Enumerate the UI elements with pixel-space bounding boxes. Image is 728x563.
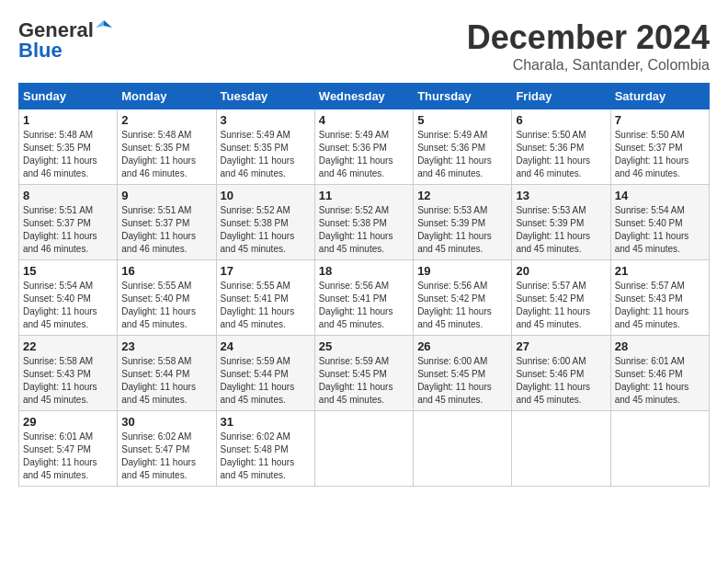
day-number: 14 <box>615 189 705 202</box>
day-number: 25 <box>319 339 409 353</box>
day-number: 31 <box>221 415 311 429</box>
day-number: 19 <box>417 264 507 278</box>
day-info: Sunrise: 5:50 AMSunset: 5:37 PMDaylight:… <box>615 129 705 180</box>
day-info: Sunrise: 5:57 AMSunset: 5:43 PMDaylight:… <box>615 280 705 331</box>
calendar-cell: 30Sunrise: 6:02 AMSunset: 5:47 PMDayligh… <box>118 411 216 487</box>
day-info: Sunrise: 5:54 AMSunset: 5:40 PMDaylight:… <box>615 204 705 256</box>
calendar-cell: 5Sunrise: 5:49 AMSunset: 5:36 PMDaylight… <box>414 109 512 185</box>
calendar-cell: 23Sunrise: 5:58 AMSunset: 5:44 PMDayligh… <box>118 336 216 411</box>
day-number: 18 <box>319 264 409 278</box>
calendar-week-4: 22Sunrise: 5:58 AMSunset: 5:43 PMDayligh… <box>19 336 710 411</box>
day-number: 9 <box>121 189 211 202</box>
calendar-cell: 29Sunrise: 6:01 AMSunset: 5:47 PMDayligh… <box>19 411 118 487</box>
calendar-cell: 15Sunrise: 5:54 AMSunset: 5:40 PMDayligh… <box>19 260 118 336</box>
calendar-header-saturday: Saturday <box>610 84 709 109</box>
calendar-header-sunday: Sunday <box>19 84 118 109</box>
calendar-table: SundayMondayTuesdayWednesdayThursdayFrid… <box>18 83 710 487</box>
page-header: General Blue December 2024 Charala, Sant… <box>18 18 710 74</box>
day-number: 24 <box>221 339 311 353</box>
day-number: 22 <box>23 339 113 353</box>
day-info: Sunrise: 6:01 AMSunset: 5:46 PMDaylight:… <box>615 355 705 407</box>
calendar-cell <box>512 411 610 487</box>
day-info: Sunrise: 5:58 AMSunset: 5:44 PMDaylight:… <box>121 355 211 407</box>
day-number: 10 <box>221 189 311 202</box>
day-number: 8 <box>23 189 113 202</box>
day-info: Sunrise: 5:48 AMSunset: 5:35 PMDaylight:… <box>121 129 211 180</box>
calendar-header-tuesday: Tuesday <box>216 84 314 109</box>
calendar-cell: 8Sunrise: 5:51 AMSunset: 5:37 PMDaylight… <box>19 185 118 260</box>
day-info: Sunrise: 5:56 AMSunset: 5:42 PMDaylight:… <box>417 280 507 331</box>
calendar-cell: 4Sunrise: 5:49 AMSunset: 5:36 PMDaylight… <box>314 109 413 185</box>
day-info: Sunrise: 5:59 AMSunset: 5:45 PMDaylight:… <box>319 355 409 407</box>
day-info: Sunrise: 5:52 AMSunset: 5:38 PMDaylight:… <box>319 204 409 256</box>
day-info: Sunrise: 6:00 AMSunset: 5:46 PMDaylight:… <box>516 355 606 407</box>
calendar-cell: 31Sunrise: 6:02 AMSunset: 5:48 PMDayligh… <box>216 411 314 487</box>
day-info: Sunrise: 5:49 AMSunset: 5:36 PMDaylight:… <box>417 129 507 180</box>
day-number: 27 <box>516 339 606 353</box>
title-block: December 2024 Charala, Santander, Colomb… <box>467 18 710 74</box>
calendar-cell: 25Sunrise: 5:59 AMSunset: 5:45 PMDayligh… <box>314 336 413 411</box>
calendar-header-wednesday: Wednesday <box>314 84 413 109</box>
day-number: 12 <box>417 189 507 202</box>
day-number: 7 <box>615 113 705 127</box>
calendar-cell: 16Sunrise: 5:55 AMSunset: 5:40 PMDayligh… <box>118 260 216 336</box>
calendar-cell <box>610 411 709 487</box>
calendar-header-row: SundayMondayTuesdayWednesdayThursdayFrid… <box>19 84 710 109</box>
svg-marker-0 <box>104 20 112 28</box>
day-info: Sunrise: 5:53 AMSunset: 5:39 PMDaylight:… <box>417 204 507 256</box>
calendar-header-friday: Friday <box>512 84 610 109</box>
day-info: Sunrise: 5:58 AMSunset: 5:43 PMDaylight:… <box>23 355 113 407</box>
day-number: 2 <box>121 113 211 127</box>
logo-bird-icon <box>96 18 112 35</box>
month-title: December 2024 <box>467 18 710 57</box>
day-info: Sunrise: 5:57 AMSunset: 5:42 PMDaylight:… <box>516 280 606 331</box>
calendar-cell: 27Sunrise: 6:00 AMSunset: 5:46 PMDayligh… <box>512 336 610 411</box>
calendar-cell: 14Sunrise: 5:54 AMSunset: 5:40 PMDayligh… <box>610 185 709 260</box>
day-info: Sunrise: 5:55 AMSunset: 5:40 PMDaylight:… <box>121 280 211 331</box>
day-number: 30 <box>121 415 211 429</box>
day-info: Sunrise: 5:59 AMSunset: 5:44 PMDaylight:… <box>221 355 311 407</box>
day-number: 26 <box>417 339 507 353</box>
calendar-cell: 10Sunrise: 5:52 AMSunset: 5:38 PMDayligh… <box>216 185 314 260</box>
day-number: 11 <box>319 189 409 202</box>
calendar-cell: 6Sunrise: 5:50 AMSunset: 5:36 PMDaylight… <box>512 109 610 185</box>
calendar-cell <box>314 411 413 487</box>
calendar-cell: 19Sunrise: 5:56 AMSunset: 5:42 PMDayligh… <box>414 260 512 336</box>
day-number: 21 <box>615 264 705 278</box>
day-info: Sunrise: 6:00 AMSunset: 5:45 PMDaylight:… <box>417 355 507 407</box>
calendar-week-2: 8Sunrise: 5:51 AMSunset: 5:37 PMDaylight… <box>19 185 710 260</box>
day-info: Sunrise: 5:52 AMSunset: 5:38 PMDaylight:… <box>221 204 311 256</box>
day-number: 13 <box>516 189 606 202</box>
calendar-cell: 26Sunrise: 6:00 AMSunset: 5:45 PMDayligh… <box>414 336 512 411</box>
calendar-cell: 18Sunrise: 5:56 AMSunset: 5:41 PMDayligh… <box>314 260 413 336</box>
day-number: 16 <box>121 264 211 278</box>
calendar-cell: 11Sunrise: 5:52 AMSunset: 5:38 PMDayligh… <box>314 185 413 260</box>
day-number: 28 <box>615 339 705 353</box>
day-info: Sunrise: 5:55 AMSunset: 5:41 PMDaylight:… <box>221 280 311 331</box>
logo-blue: Blue <box>18 39 63 63</box>
calendar-cell: 20Sunrise: 5:57 AMSunset: 5:42 PMDayligh… <box>512 260 610 336</box>
calendar-cell: 9Sunrise: 5:51 AMSunset: 5:37 PMDaylight… <box>118 185 216 260</box>
calendar-cell: 22Sunrise: 5:58 AMSunset: 5:43 PMDayligh… <box>19 336 118 411</box>
day-number: 17 <box>221 264 311 278</box>
day-info: Sunrise: 5:54 AMSunset: 5:40 PMDaylight:… <box>23 280 113 331</box>
day-info: Sunrise: 5:48 AMSunset: 5:35 PMDaylight:… <box>23 129 113 180</box>
day-info: Sunrise: 5:51 AMSunset: 5:37 PMDaylight:… <box>23 204 113 256</box>
calendar-cell: 12Sunrise: 5:53 AMSunset: 5:39 PMDayligh… <box>414 185 512 260</box>
calendar-week-3: 15Sunrise: 5:54 AMSunset: 5:40 PMDayligh… <box>19 260 710 336</box>
logo: General Blue <box>18 18 112 63</box>
day-number: 29 <box>23 415 113 429</box>
day-info: Sunrise: 6:01 AMSunset: 5:47 PMDaylight:… <box>23 431 113 482</box>
day-number: 1 <box>23 113 113 127</box>
day-info: Sunrise: 5:53 AMSunset: 5:39 PMDaylight:… <box>516 204 606 256</box>
calendar-week-5: 29Sunrise: 6:01 AMSunset: 5:47 PMDayligh… <box>19 411 710 487</box>
calendar-cell: 2Sunrise: 5:48 AMSunset: 5:35 PMDaylight… <box>118 109 216 185</box>
day-number: 4 <box>319 113 409 127</box>
day-number: 5 <box>417 113 507 127</box>
day-info: Sunrise: 5:51 AMSunset: 5:37 PMDaylight:… <box>121 204 211 256</box>
calendar-week-1: 1Sunrise: 5:48 AMSunset: 5:35 PMDaylight… <box>19 109 710 185</box>
day-number: 3 <box>221 113 311 127</box>
calendar-cell: 7Sunrise: 5:50 AMSunset: 5:37 PMDaylight… <box>610 109 709 185</box>
day-info: Sunrise: 6:02 AMSunset: 5:48 PMDaylight:… <box>221 431 311 482</box>
day-info: Sunrise: 6:02 AMSunset: 5:47 PMDaylight:… <box>121 431 211 482</box>
